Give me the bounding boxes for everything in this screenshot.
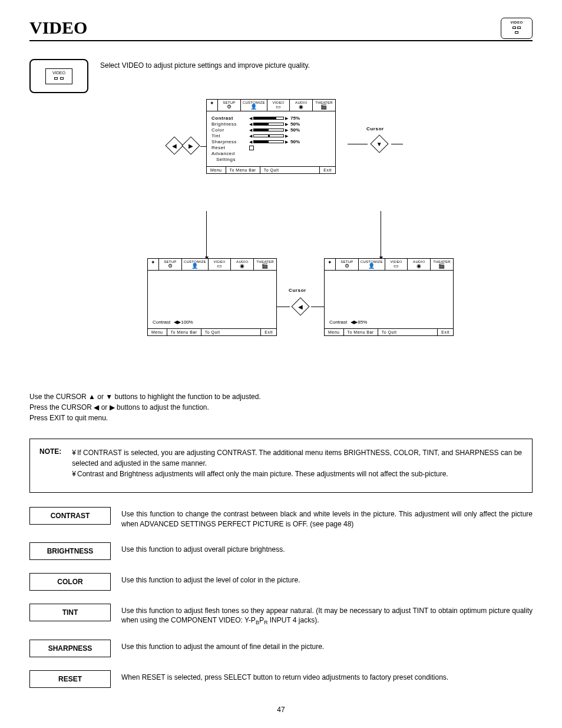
corner-video-badge: VIDEO xyxy=(501,18,533,39)
slider-contrast-100: ◀▶100% xyxy=(174,319,193,325)
note-bullet-1: If CONTRAST is selected, you are adjusti… xyxy=(72,447,523,469)
note-bullet-2: Contrast and Brightness adjustments will… xyxy=(72,469,523,479)
connector-line xyxy=(381,211,381,258)
term-color: COLOR xyxy=(29,573,111,591)
instruction-line-3: Press EXIT to quit menu. xyxy=(29,413,533,423)
desc-tint: Use this function to adjust flesh tones … xyxy=(121,604,533,627)
foot-quit: To Quit xyxy=(378,329,438,335)
tab-icon: ✦ xyxy=(325,259,335,270)
cursor-label-top: Cursor xyxy=(366,126,384,131)
down-arrow-icon: ▼ xyxy=(105,393,113,401)
tab-audio: AUDIO◉ xyxy=(289,100,312,111)
instruction-line-2: Press the CURSOR ◀ or ▶ buttons to adjus… xyxy=(29,402,533,413)
tab-audio: AUDIO◉ xyxy=(230,259,253,270)
tab-customize: CUSTOMIZE👤 xyxy=(358,259,385,270)
tab-video: VIDEO▭ xyxy=(385,259,408,270)
slider-color: ◀▶50% xyxy=(249,127,300,133)
title-underline xyxy=(29,40,533,41)
tab-theater: THEATER🎬 xyxy=(430,259,453,270)
osd-menu-left: ✦ SETUP⚙ CUSTOMIZE👤 VIDEO▭ AUDIO◉ THEATE… xyxy=(147,258,277,336)
tab-video: VIDEO▭ xyxy=(267,100,290,111)
foot-menubar: To Menu Bar xyxy=(167,329,201,335)
page-number: 47 xyxy=(29,706,533,714)
item-reset: Reset xyxy=(211,145,246,150)
term-tint: TINT xyxy=(29,604,111,621)
diagram-area: ◀ ▶ ✦ SETUP⚙ CUSTOMIZE👤 VIDEO▭ AUDIO◉ TH… xyxy=(29,99,533,382)
tab-audio: AUDIO◉ xyxy=(407,259,430,270)
item-contrast: Contrast xyxy=(329,319,347,325)
term-contrast: CONTRAST xyxy=(29,507,111,525)
slider-contrast: ◀▶75% xyxy=(249,116,300,121)
foot-menubar: To Menu Bar xyxy=(226,167,260,173)
tab-icon: ✦ xyxy=(148,259,158,270)
tab-customize: CUSTOMIZE👤 xyxy=(181,259,208,270)
foot-exit: Exit xyxy=(319,167,335,173)
side-video-badge: VIDEO xyxy=(29,59,88,93)
connector-line xyxy=(206,211,207,258)
left-arrow-icon: ◀ xyxy=(94,403,99,411)
right-arrow-icon: ▶ xyxy=(110,403,115,411)
tab-icon: ✦ xyxy=(207,100,217,111)
page-title: VIDEO xyxy=(29,18,87,38)
foot-exit: Exit xyxy=(260,329,276,335)
item-tint: Tint xyxy=(211,133,246,139)
desc-sharpness: Use this function to adjust the amount o… xyxy=(121,640,533,652)
foot-quit: To Quit xyxy=(201,329,261,335)
osd-menu-right: ✦ SETUP⚙ CUSTOMIZE👤 VIDEO▭ AUDIO◉ THEATE… xyxy=(324,258,454,336)
desc-color: Use this function to adjust the level of… xyxy=(121,573,533,585)
term-reset: RESET xyxy=(29,670,111,688)
foot-menu: Menu xyxy=(207,167,226,173)
intro-text: Select VIDEO to adjust picture settings … xyxy=(100,59,310,70)
item-sharpness: Sharpness xyxy=(211,139,246,144)
term-sharpness: SHARPNESS xyxy=(29,640,111,657)
slider-brightness: ◀▶50% xyxy=(249,121,300,127)
cursor-label-mid: Cursor xyxy=(289,288,306,293)
item-color: Color xyxy=(211,127,246,133)
definitions: CONTRAST Use this function to change the… xyxy=(29,507,533,688)
tab-video: VIDEO▭ xyxy=(208,259,231,270)
cursor-left-icon: ◀ xyxy=(290,299,311,314)
corner-badge-label: VIDEO xyxy=(505,21,528,25)
item-contrast: Contrast xyxy=(211,116,246,121)
connector-line xyxy=(200,146,206,147)
desc-brightness: Use this function to adjust overall pict… xyxy=(121,542,533,555)
note-label: NOTE: xyxy=(39,447,61,479)
instruction-line-1: Use the CURSOR ▲ or ▼ buttons to highlig… xyxy=(29,391,533,402)
tab-setup: SETUP⚙ xyxy=(158,259,181,270)
item-settings: Settings xyxy=(211,157,246,162)
right-arrow-icon: ▶ xyxy=(189,143,193,149)
item-advanced: Advanced xyxy=(211,151,246,156)
osd-menu-top: ✦ SETUP⚙ CUSTOMIZE👤 VIDEO▭ AUDIO◉ THEATE… xyxy=(206,99,336,174)
left-arrow-icon: ◀ xyxy=(172,143,177,149)
corner-badge-icons xyxy=(505,26,528,30)
connector-line xyxy=(277,307,290,307)
tab-theater: THEATER🎬 xyxy=(312,100,335,111)
reset-checkbox-icon xyxy=(249,146,254,150)
foot-quit: To Quit xyxy=(260,167,320,173)
page-header: VIDEO VIDEO xyxy=(29,18,533,40)
tab-customize: CUSTOMIZE👤 xyxy=(240,100,267,111)
foot-menubar: To Menu Bar xyxy=(343,329,378,335)
tab-setup: SETUP⚙ xyxy=(217,100,240,111)
side-badge-icons xyxy=(49,76,68,80)
foot-menu: Menu xyxy=(148,329,167,335)
item-contrast: Contrast xyxy=(153,319,170,325)
cursor-left-right-icons: ◀ ▶ xyxy=(168,139,197,152)
slider-tint: ◀▶ xyxy=(249,134,288,139)
tab-setup: SETUP⚙ xyxy=(335,259,358,270)
note-box: NOTE: If CONTRAST is selected, you are a… xyxy=(29,439,533,493)
term-brightness: BRIGHTNESS xyxy=(29,542,111,560)
slider-sharpness: ◀▶50% xyxy=(249,139,300,144)
up-arrow-icon: ▲ xyxy=(88,393,95,401)
side-badge-label: VIDEO xyxy=(49,71,68,75)
foot-menu: Menu xyxy=(325,329,343,335)
connector-line xyxy=(348,144,368,144)
slider-contrast-85: ◀▶85% xyxy=(351,319,367,325)
desc-reset: When RESET is selected, press SELECT but… xyxy=(121,670,533,683)
item-brightness: Brightness xyxy=(211,121,246,127)
cursor-down-icon: ▼ xyxy=(369,137,390,151)
instructions: Use the CURSOR ▲ or ▼ buttons to highlig… xyxy=(29,391,533,423)
corner-badge-icons-2 xyxy=(505,31,528,35)
tab-theater: THEATER🎬 xyxy=(253,259,276,270)
foot-exit: Exit xyxy=(437,329,453,335)
